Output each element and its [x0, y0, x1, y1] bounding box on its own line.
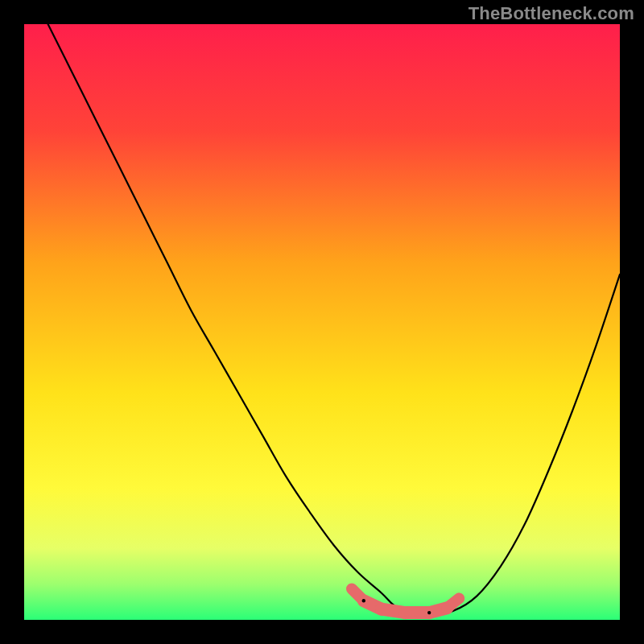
chart-frame: TheBottleneck.com	[0, 0, 644, 644]
optimal-zone-dot	[427, 611, 431, 614]
optimal-zone-segment	[447, 598, 459, 608]
chart-svg	[0, 0, 644, 644]
optimal-zone-dot	[362, 599, 365, 602]
watermark-text: TheBottleneck.com	[469, 3, 634, 24]
